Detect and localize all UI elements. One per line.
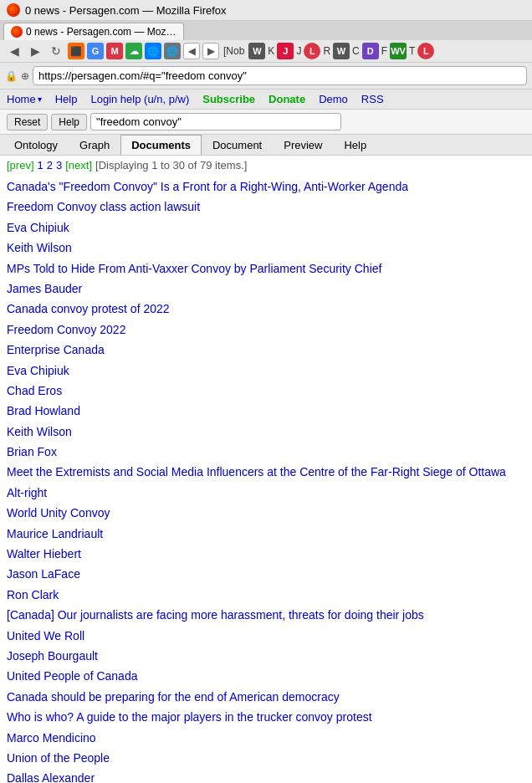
result-link[interactable]: Canada's "Freedom Convoy" Is a Front for… (7, 180, 408, 193)
result-link[interactable]: Maurice Landriault (7, 527, 103, 540)
ext-icon-back[interactable]: ◀ (183, 43, 200, 59)
tab-ontology[interactable]: Ontology (3, 135, 69, 155)
search-input[interactable] (90, 113, 341, 130)
result-link[interactable]: Joseph Bourgault (7, 649, 98, 663)
firefox-icon (7, 3, 20, 17)
result-link[interactable]: Ron Clark (7, 588, 59, 601)
rss-link[interactable]: RSS (361, 93, 384, 105)
result-link[interactable]: Enterprise Canada (7, 343, 105, 356)
demo-link[interactable]: Demo (319, 93, 348, 105)
result-link[interactable]: Walter Hiebert (7, 547, 81, 560)
address-input[interactable] (33, 66, 527, 85)
ext-icon-red[interactable]: J (277, 43, 294, 59)
ext-icon-avatar[interactable]: L (417, 43, 434, 59)
tab-label: 0 news - Persagen.com — Mozilla Firefox (26, 26, 176, 38)
ext-icon-gmail[interactable]: M (106, 43, 123, 59)
result-link[interactable]: [Canada] Our journalists are facing more… (7, 608, 424, 622)
list-item: Who is who? A guide to the major players… (7, 707, 525, 727)
next-link[interactable]: [next] (65, 159, 92, 171)
ext-icon-l[interactable]: L (304, 43, 320, 59)
ext-f: F (381, 45, 387, 57)
window-title: 0 news - Persagen.com — Mozilla Firefox (25, 4, 227, 17)
home-arrow: ▾ (38, 95, 42, 104)
home-link[interactable]: Home (7, 93, 36, 105)
content-area: [prev] 1 2 3 [next] [Displaying 1 to 30 … (0, 156, 532, 783)
donate-link[interactable]: Donate (269, 93, 305, 105)
result-link[interactable]: World Unity Convoy (7, 506, 110, 519)
tab-document[interactable]: Document (202, 135, 273, 155)
result-link[interactable]: James Bauder (7, 282, 82, 295)
list-item: Canada convoy protest of 2022 (7, 299, 525, 319)
result-link[interactable]: Freedom Convoy 2022 (7, 323, 125, 336)
result-link[interactable]: Eva Chipiuk (7, 364, 69, 377)
result-link[interactable]: Union of the People (7, 751, 110, 765)
back-button[interactable]: ◀ (5, 42, 23, 60)
result-link[interactable]: Jason LaFace (7, 567, 80, 581)
ext-icon-globe1[interactable]: 🌐 (145, 43, 161, 59)
list-item: United People of Canada (7, 666, 525, 686)
tab-graph[interactable]: Graph (69, 135, 120, 155)
list-item: Keith Wilson (7, 238, 525, 258)
result-link[interactable]: MPs Told to Hide From Anti-Vaxxer Convoy… (7, 262, 381, 275)
result-link[interactable]: Marco Mendicino (7, 731, 96, 745)
help-link[interactable]: Help (55, 93, 78, 105)
tab-documents[interactable]: Documents (120, 135, 202, 155)
prev-link[interactable]: [prev] (7, 159, 34, 171)
list-item: Enterprise Canada (7, 340, 525, 360)
result-link[interactable]: Keith Wilson (7, 425, 72, 438)
reload-button[interactable]: ↻ (47, 42, 65, 60)
ext-icon-google[interactable]: G (87, 43, 104, 59)
ext-icon-1[interactable]: ⬛ (68, 43, 84, 59)
page-2-link[interactable]: 2 (47, 159, 53, 171)
result-link[interactable]: United We Roll (7, 629, 84, 642)
list-item: Canada's "Freedom Convoy" Is a Front for… (7, 177, 525, 197)
result-link[interactable]: Who is who? A guide to the major players… (7, 710, 372, 724)
result-link[interactable]: Alt-right (7, 486, 47, 499)
list-item: Ron Clark (7, 585, 525, 605)
result-link[interactable]: United People of Canada (7, 669, 137, 683)
ext-c: C (352, 45, 360, 57)
result-link[interactable]: Meet the Extremists and Social Media Inf… (7, 465, 506, 478)
page-1-link[interactable]: 1 (38, 159, 43, 171)
ext-icon-wv[interactable]: WV (390, 43, 407, 59)
help-button[interactable]: Help (51, 114, 87, 130)
list-item: James Bauder (7, 279, 525, 299)
ext-j: J (296, 45, 301, 57)
results-list: Canada's "Freedom Convoy" Is a Front for… (7, 177, 525, 783)
result-link[interactable]: Freedom Convoy class action lawsuit (7, 200, 200, 213)
result-link[interactable]: Canada convoy protest of 2022 (7, 302, 170, 315)
list-item: Jason LaFace (7, 564, 525, 584)
pagination-row: [prev] 1 2 3 [next] [Displaying 1 to 30 … (7, 159, 525, 171)
result-link[interactable]: Keith Wilson (7, 241, 72, 254)
tab-preview[interactable]: Preview (273, 135, 333, 155)
login-link[interactable]: Login help (u/n, p/w) (90, 93, 189, 105)
ext-icon-w2[interactable]: W (333, 43, 350, 59)
result-link[interactable]: Chad Eros (7, 384, 62, 397)
ext-icon-d[interactable]: D (362, 43, 379, 59)
list-item: Marco Mendicino (7, 728, 525, 748)
result-link[interactable]: Canada should be preparing for the end o… (7, 690, 340, 704)
reset-button[interactable]: Reset (7, 114, 48, 130)
tab-bar: 0 news - Persagen.com — Mozilla Firefox (0, 21, 532, 40)
ext-t: T (409, 45, 415, 57)
list-item: United We Roll (7, 626, 525, 646)
list-item: Union of the People (7, 748, 525, 768)
ext-r: R (323, 45, 330, 57)
result-link[interactable]: Brad Howland (7, 404, 80, 417)
browser-tab[interactable]: 0 news - Persagen.com — Mozilla Firefox (3, 23, 184, 40)
address-bar-row: 🔒 ⊕ (0, 63, 532, 90)
ext-icon-green[interactable]: ☁ (125, 43, 142, 59)
page-3-link[interactable]: 3 (56, 159, 62, 171)
list-item: Alt-right (7, 483, 525, 503)
ext-icon-fwd[interactable]: ▶ (202, 43, 219, 59)
subscribe-link[interactable]: Subscribe (202, 93, 255, 105)
ext-icon-w[interactable]: W (248, 43, 265, 59)
result-link[interactable]: Eva Chipiuk (7, 221, 69, 234)
ext-icon-globe2[interactable]: 🌐 (164, 43, 181, 59)
tab-help[interactable]: Help (333, 135, 377, 155)
result-link[interactable]: Brian Fox (7, 445, 57, 458)
forward-button[interactable]: ▶ (26, 42, 44, 60)
list-item: [Canada] Our journalists are facing more… (7, 605, 525, 625)
home-menu[interactable]: Home ▾ (7, 93, 42, 105)
result-link[interactable]: Dallas Alexander (7, 771, 95, 783)
